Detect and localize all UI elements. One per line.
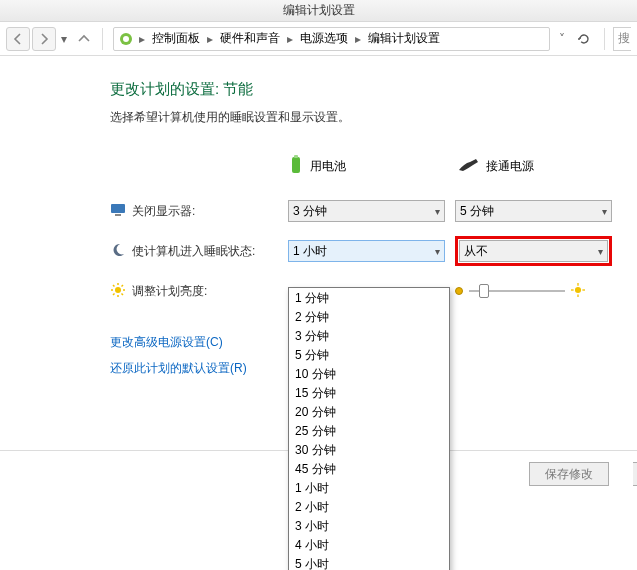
column-battery: 用电池	[288, 154, 448, 179]
display-off-plugged-value: 5 分钟	[460, 203, 494, 220]
arrow-right-icon	[36, 31, 52, 47]
sleep-battery-value: 1 小时	[293, 243, 327, 260]
back-button[interactable]	[6, 27, 30, 51]
sleep-plugged-combo[interactable]: 从不 ▾	[459, 240, 608, 262]
up-button[interactable]	[72, 27, 96, 51]
navigation-bar: ▾ ▸ 控制面板 ▸ 硬件和声音 ▸ 电源选项 ▸ 编辑计划设置 ˅ 搜	[0, 22, 637, 56]
row-display-off-label: 关闭显示器:	[110, 202, 288, 221]
monitor-icon	[110, 202, 126, 221]
brightness-plugged-slider[interactable]	[455, 283, 585, 300]
dropdown-option[interactable]: 45 分钟	[289, 459, 449, 478]
dropdown-option[interactable]: 15 分钟	[289, 383, 449, 402]
sun-icon	[110, 282, 126, 301]
column-plugged-label: 接通电源	[486, 158, 534, 175]
highlight-sleep-plugged: 从不 ▾	[455, 236, 612, 266]
dropdown-option[interactable]: 4 小时	[289, 535, 449, 554]
breadcrumb[interactable]: ▸ 控制面板 ▸ 硬件和声音 ▸ 电源选项 ▸ 编辑计划设置	[113, 27, 550, 51]
dropdown-option[interactable]: 10 分钟	[289, 364, 449, 383]
column-plugged: 接通电源	[458, 156, 618, 177]
nav-separator	[102, 28, 103, 50]
history-dropdown-chevron[interactable]: ▾	[58, 32, 70, 46]
columns-header: 用电池 接通电源	[110, 154, 637, 179]
breadcrumb-item-edit-plan[interactable]: 编辑计划设置	[366, 30, 442, 47]
dropdown-option[interactable]: 1 小时	[289, 478, 449, 497]
chevron-right-icon: ▸	[352, 32, 364, 46]
dropdown-option[interactable]: 1 分钟	[289, 288, 449, 307]
breadcrumb-item-hardware[interactable]: 硬件和声音	[218, 30, 282, 47]
chevron-right-icon: ▸	[136, 32, 148, 46]
svg-rect-4	[111, 204, 125, 213]
svg-line-13	[113, 293, 115, 295]
save-button-label: 保存修改	[545, 466, 593, 483]
page-title: 更改计划的设置: 节能	[110, 80, 637, 99]
svg-rect-5	[115, 214, 121, 216]
window-title-bar: 编辑计划设置	[0, 0, 637, 22]
plug-icon	[458, 156, 480, 177]
row-sleep-label: 使计算机进入睡眠状态:	[110, 242, 288, 261]
dropdown-option[interactable]: 3 小时	[289, 516, 449, 535]
chevron-down-icon: ▾	[435, 246, 440, 257]
dropdown-option[interactable]: 5 分钟	[289, 345, 449, 364]
forward-button[interactable]	[32, 27, 56, 51]
truncated-button	[633, 462, 637, 486]
sun-small-icon	[455, 287, 463, 295]
svg-point-15	[575, 286, 581, 292]
slider-thumb[interactable]	[479, 284, 489, 298]
page-content: 更改计划的设置: 节能 选择希望计算机使用的睡眠设置和显示设置。 用电池 接通电…	[0, 56, 637, 570]
svg-line-12	[122, 293, 124, 295]
search-input[interactable]: 搜	[613, 27, 631, 51]
svg-line-11	[113, 285, 115, 287]
page-subtitle: 选择希望计算机使用的睡眠设置和显示设置。	[110, 109, 637, 126]
display-off-battery-combo[interactable]: 3 分钟 ▾	[288, 200, 445, 222]
refresh-icon	[576, 31, 592, 47]
window-title: 编辑计划设置	[283, 2, 355, 19]
moon-icon	[110, 242, 126, 261]
display-off-battery-value: 3 分钟	[293, 203, 327, 220]
chevron-right-icon: ▸	[284, 32, 296, 46]
row-sleep: 使计算机进入睡眠状态: 1 小时 ▾ 从不 ▾	[110, 239, 637, 263]
breadcrumb-item-control-panel[interactable]: 控制面板	[150, 30, 202, 47]
dropdown-option[interactable]: 25 分钟	[289, 421, 449, 440]
battery-icon	[288, 154, 304, 179]
sleep-battery-dropdown[interactable]: 1 分钟2 分钟3 分钟5 分钟10 分钟15 分钟20 分钟25 分钟30 分…	[288, 287, 450, 570]
breadcrumb-history-chevron[interactable]: ˅	[556, 32, 568, 46]
svg-rect-2	[292, 157, 300, 173]
sleep-plugged-value: 从不	[464, 243, 488, 260]
refresh-button[interactable]	[572, 27, 596, 51]
search-placeholder: 搜	[618, 30, 630, 47]
svg-point-6	[115, 287, 121, 293]
chevron-right-icon: ▸	[204, 32, 216, 46]
arrow-left-icon	[10, 31, 26, 47]
dropdown-option[interactable]: 2 分钟	[289, 307, 449, 326]
dropdown-option[interactable]: 2 小时	[289, 497, 449, 516]
dropdown-option[interactable]: 5 小时	[289, 554, 449, 570]
display-off-plugged-combo[interactable]: 5 分钟 ▾	[455, 200, 612, 222]
chevron-down-icon: ▾	[602, 206, 607, 217]
save-button[interactable]: 保存修改	[529, 462, 609, 486]
svg-rect-3	[294, 155, 298, 158]
nav-separator	[604, 28, 605, 50]
dropdown-option[interactable]: 20 分钟	[289, 402, 449, 421]
dropdown-option[interactable]: 30 分钟	[289, 440, 449, 459]
svg-point-1	[123, 36, 129, 42]
sun-large-icon	[571, 283, 585, 300]
row-brightness-label: 调整计划亮度:	[110, 282, 288, 301]
sleep-battery-combo[interactable]: 1 小时 ▾	[288, 240, 445, 262]
svg-line-14	[122, 285, 124, 287]
chevron-down-icon: ▾	[435, 206, 440, 217]
dropdown-option[interactable]: 3 分钟	[289, 326, 449, 345]
slider-track[interactable]	[469, 290, 565, 292]
chevron-down-icon: ▾	[598, 246, 603, 257]
arrow-up-icon	[76, 31, 92, 47]
column-battery-label: 用电池	[310, 158, 346, 175]
breadcrumb-item-power[interactable]: 电源选项	[298, 30, 350, 47]
power-plan-icon	[118, 31, 134, 47]
row-display-off: 关闭显示器: 3 分钟 ▾ 5 分钟 ▾	[110, 199, 637, 223]
